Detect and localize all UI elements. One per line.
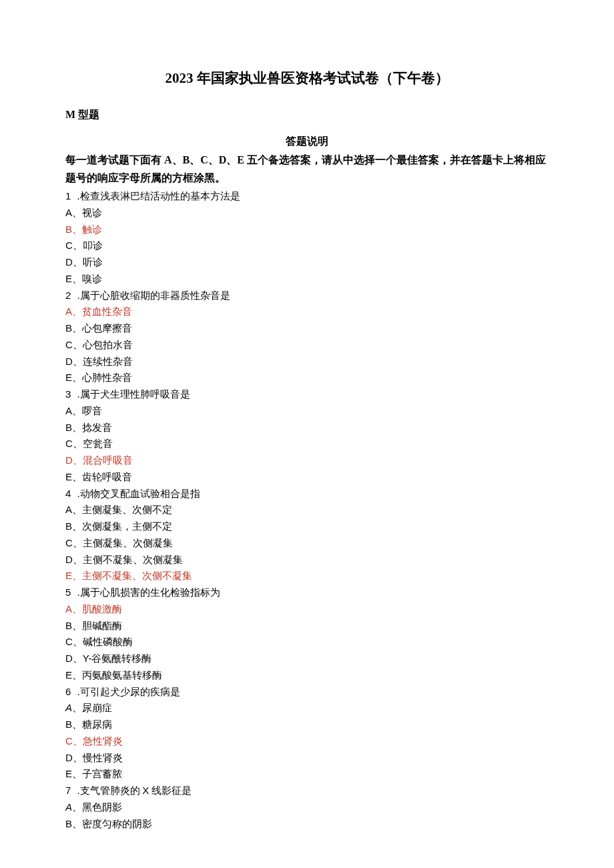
option-sep: 、 <box>72 521 82 532</box>
question-number: 3 <box>65 386 75 403</box>
option-row: E、齿轮呼吸音 <box>65 469 549 486</box>
option-text: 密度匀称的阴影 <box>82 819 152 829</box>
option-sep: 、 <box>72 422 82 433</box>
option-row: E、嗅诊 <box>65 271 549 288</box>
question-stem: 7 .支气管肺炎的 X 线影征是 <box>65 783 549 799</box>
question-text: .属于心脏收缩期的非器质性杂音是 <box>77 290 230 301</box>
option-row: D、主侧不凝集、次侧凝集 <box>65 552 549 568</box>
option-sep: 、 <box>73 240 83 251</box>
option-row: D、混合呼吸音 <box>65 452 549 469</box>
option-letter: E <box>65 471 72 482</box>
option-text: 胆碱酯酶 <box>82 620 122 631</box>
option-letter: B <box>65 422 72 433</box>
question-text: .支气管肺炎的 X 线影征是 <box>77 785 192 796</box>
option-letter: C <box>65 636 73 647</box>
option-sep: 、 <box>73 257 83 268</box>
option-sep: 、 <box>72 670 82 681</box>
option-sep: 、 <box>73 455 83 466</box>
option-text: 心包摩擦音 <box>82 323 132 334</box>
option-letter: E <box>65 669 72 681</box>
option-text: 碱性磷酸酶 <box>83 636 133 647</box>
question-stem: 6 .可引起犬少尿的疾病是 <box>65 684 549 701</box>
option-text: 尿崩症 <box>82 703 112 713</box>
option-sep: 、 <box>73 653 83 664</box>
option-row: D、连续性杂音 <box>65 354 549 370</box>
option-letter: E <box>65 273 72 284</box>
option-letter: D <box>65 454 73 466</box>
option-row: C、主侧凝集、次侧凝集 <box>65 535 549 552</box>
instructions: 每一道考试题下面有 A、B、C、D、E 五个备选答案，请从中选择一个最佳答案，并… <box>65 151 549 187</box>
question-number: 1 <box>65 188 75 205</box>
question-text: .动物交叉配血试验相合是指 <box>77 488 200 499</box>
option-letter: C <box>65 240 73 251</box>
option-sep: 、 <box>73 438 83 449</box>
option-sep: 、 <box>73 636 83 647</box>
option-text: Y-谷氨酰转移酶 <box>83 653 152 664</box>
option-text: 糖尿病 <box>82 719 112 730</box>
option-sep: 、 <box>72 306 82 317</box>
option-text: 次侧凝集，主侧不定 <box>82 521 172 532</box>
option-letter: C <box>65 537 73 548</box>
option-sep: 、 <box>72 620 82 631</box>
option-sep: 、 <box>72 372 82 383</box>
option-row: B、糖尿病 <box>65 717 549 733</box>
option-letter: A <box>65 207 72 218</box>
question-number: 6 <box>65 684 75 701</box>
option-sep: 、 <box>72 207 82 218</box>
question-stem: 5 .属于心肌损害的生化检验指标为 <box>65 584 549 601</box>
option-text: 心包拍水音 <box>83 340 133 350</box>
option-row: A、视诊 <box>65 205 549 222</box>
option-sep: 、 <box>73 753 83 763</box>
option-row: B、心包摩擦音 <box>65 320 549 337</box>
option-letter: A <box>65 306 72 317</box>
option-letter: E <box>65 570 72 581</box>
option-text: 主侧不凝集、次侧不凝集 <box>82 570 192 581</box>
option-letter: C <box>65 438 73 449</box>
option-sep: 、 <box>72 570 82 581</box>
option-row: E、心肺性杂音 <box>65 370 549 386</box>
option-row: A、尿崩症 <box>65 700 549 717</box>
option-letter: E <box>65 768 72 779</box>
option-letter: A <box>65 801 72 813</box>
option-text: 贫血性杂音 <box>82 306 132 317</box>
option-text: 捻发音 <box>82 422 112 433</box>
option-sep: 、 <box>72 719 82 730</box>
option-letter: A <box>65 504 72 515</box>
option-letter: D <box>65 554 73 565</box>
question-stem: 3 .属于犬生理性肺呼吸音是 <box>65 386 549 403</box>
option-row: C、急性肾炎 <box>65 733 549 750</box>
option-row: B、密度匀称的阴影 <box>65 816 549 833</box>
option-row: B、胆碱酯酶 <box>65 618 549 634</box>
option-letter: E <box>65 372 72 383</box>
option-letter: A <box>65 603 72 614</box>
option-sep: 、 <box>72 323 82 334</box>
option-sep: 、 <box>72 504 82 515</box>
option-row: E、子宫蓄脓 <box>65 766 549 783</box>
option-text: 子宫蓄脓 <box>82 769 122 779</box>
option-letter: B <box>65 719 72 730</box>
option-row: D、慢性肾炎 <box>65 750 549 767</box>
option-letter: B <box>65 520 72 532</box>
option-row: C、空瓮音 <box>65 436 549 452</box>
option-text: 啰音 <box>82 406 102 416</box>
option-sep: 、 <box>72 406 82 416</box>
option-letter: B <box>65 818 72 829</box>
option-sep: 、 <box>72 224 82 235</box>
option-text: 黑色阴影 <box>82 802 122 813</box>
option-letter: C <box>65 735 73 747</box>
option-row: C、碱性磷酸酶 <box>65 634 549 650</box>
option-row: E、主侧不凝集、次侧不凝集 <box>65 568 549 584</box>
option-text: 触诊 <box>82 224 102 235</box>
option-sep: 、 <box>72 703 82 713</box>
option-row: C、心包拍水音 <box>65 337 549 354</box>
option-sep: 、 <box>72 819 82 829</box>
question-number: 4 <box>65 486 75 502</box>
option-sep: 、 <box>72 472 82 482</box>
option-text: 混合呼吸音 <box>83 455 133 466</box>
option-letter: D <box>65 256 73 268</box>
question-text: .属于心肌损害的生化检验指标为 <box>77 587 220 598</box>
option-text: 心肺性杂音 <box>82 372 132 383</box>
option-text: 主侧凝集、次侧凝集 <box>83 538 173 548</box>
option-text: 丙氨酸氨基转移酶 <box>82 670 162 681</box>
page-title: 2023 年国家执业兽医资格考试试卷（下午卷） <box>65 67 549 90</box>
